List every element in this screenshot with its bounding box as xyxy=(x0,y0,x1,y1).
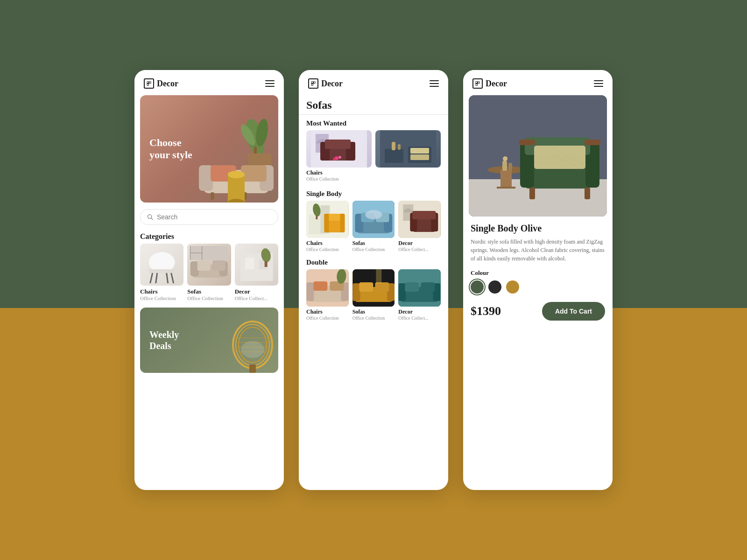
weekly-deals-banner[interactable]: Weekly Deals xyxy=(140,308,278,373)
svg-line-23 xyxy=(150,273,153,283)
cat-label-decor: Decor xyxy=(235,288,278,295)
logo-icon-1 xyxy=(144,78,154,89)
svg-rect-40 xyxy=(264,261,267,267)
svg-rect-58 xyxy=(325,140,351,149)
svg-rect-77 xyxy=(316,216,317,219)
weekly-deals-line1: Weekly xyxy=(149,329,179,340)
svg-rect-66 xyxy=(410,154,429,160)
svg-rect-22 xyxy=(149,269,175,273)
product-double-1[interactable]: Chairs Office Collection xyxy=(306,269,349,321)
rattan-chair-illustration xyxy=(218,312,274,373)
categories-grid: Chairs Office Collection Sofas xyxy=(134,244,284,301)
cat-img-decor xyxy=(235,244,278,286)
product-detail-img-wrapper xyxy=(463,95,613,217)
app-logo-2: Decor xyxy=(308,78,343,89)
svg-rect-93 xyxy=(306,282,314,301)
svg-line-20 xyxy=(151,218,153,219)
cat-sub-chairs: Office Collection xyxy=(140,295,183,301)
svg-rect-130 xyxy=(585,188,590,199)
svg-rect-121 xyxy=(508,163,512,170)
sofas-page-title: Sofas xyxy=(299,95,448,115)
product-img-4 xyxy=(306,201,349,238)
search-bar[interactable] xyxy=(140,209,278,225)
svg-rect-113 xyxy=(478,82,480,84)
cat-label-chairs: Chairs xyxy=(140,288,183,295)
most-wanted-grid: Chairs Office Collection xyxy=(299,130,448,185)
svg-rect-13 xyxy=(211,192,214,200)
svg-rect-74 xyxy=(324,214,329,232)
logo-icon-3 xyxy=(472,78,483,89)
svg-rect-120 xyxy=(502,161,507,171)
product-img-8 xyxy=(352,269,395,307)
colour-label: Colour xyxy=(471,269,605,277)
svg-rect-65 xyxy=(410,148,429,154)
svg-point-122 xyxy=(503,156,507,161)
svg-rect-111 xyxy=(421,282,435,292)
svg-rect-105 xyxy=(376,269,381,283)
search-input[interactable] xyxy=(157,213,271,221)
category-sofas[interactable]: Sofas Office Collection xyxy=(187,244,231,301)
product-sub-9: Office Collect... xyxy=(398,315,441,321)
svg-rect-112 xyxy=(476,82,478,84)
svg-rect-104 xyxy=(375,282,389,292)
svg-rect-67 xyxy=(392,142,395,150)
product-img-6 xyxy=(398,201,441,238)
hero-line1: Choose xyxy=(149,137,181,148)
product-sub-8: Office Collection xyxy=(352,315,395,321)
swatch-green[interactable] xyxy=(471,280,484,294)
product-single-1[interactable]: Chairs Office Collection xyxy=(306,201,349,252)
double-title: Double xyxy=(299,254,448,269)
product-sub-4: Office Collection xyxy=(306,247,349,252)
product-sub-7: Office Collection xyxy=(306,315,349,321)
category-decor[interactable]: Decor Office Collect... xyxy=(235,244,278,301)
hamburger-menu-1[interactable] xyxy=(265,80,275,87)
svg-line-25 xyxy=(156,273,157,283)
product-most-wanted-1[interactable]: Chairs Office Collection xyxy=(306,130,372,182)
product-double-2[interactable]: Sofas Office Collection xyxy=(352,269,395,321)
svg-rect-95 xyxy=(313,281,327,291)
weekly-deals-line2: Deals xyxy=(149,341,171,351)
app-name-1: Decor xyxy=(157,79,178,89)
hamburger-menu-3[interactable] xyxy=(594,80,603,87)
app-logo-3: Decor xyxy=(472,78,507,89)
svg-rect-128 xyxy=(585,140,600,145)
svg-rect-101 xyxy=(352,283,360,301)
product-double-3[interactable]: Decor Office Collect... xyxy=(398,269,441,321)
single-body-grid: Chairs Office Collection Sofas Office Co… xyxy=(299,201,448,254)
logo-icon-2 xyxy=(308,78,318,89)
category-chairs[interactable]: Chairs Office Collection xyxy=(140,244,183,301)
svg-rect-131 xyxy=(534,146,585,169)
svg-rect-37 xyxy=(245,258,254,269)
hamburger-menu-2[interactable] xyxy=(430,80,439,87)
product-name-8: Sofas xyxy=(352,308,395,315)
phone-3: Decor xyxy=(463,70,613,490)
svg-rect-103 xyxy=(359,282,373,292)
cat-img-sofas xyxy=(187,244,231,286)
app-header-1: Decor xyxy=(134,70,284,95)
svg-point-61 xyxy=(333,158,336,161)
product-img-1 xyxy=(306,130,372,168)
svg-rect-48 xyxy=(249,364,256,373)
product-detail-image xyxy=(469,95,607,217)
svg-rect-90 xyxy=(413,211,436,219)
app-header-2: Decor xyxy=(299,70,448,95)
swatch-black[interactable] xyxy=(488,280,501,294)
phone-2: Decor Sofas Most Wanted xyxy=(299,70,448,490)
hero-banner: Choose your style xyxy=(140,95,278,203)
svg-rect-12 xyxy=(241,165,267,182)
cat-sub-decor: Office Collect... xyxy=(235,295,278,301)
product-single-3[interactable]: Decor Office Collect... xyxy=(398,201,441,252)
svg-rect-108 xyxy=(399,283,406,301)
product-single-2[interactable]: Sofas Office Collection xyxy=(352,201,395,252)
product-img-9 xyxy=(398,269,441,307)
swatch-gold[interactable] xyxy=(506,280,519,294)
add-to-cart-button[interactable]: Add To Cart xyxy=(542,302,605,321)
search-icon xyxy=(147,214,153,220)
cat-sub-sofas: Office Collection xyxy=(187,295,231,301)
product-most-wanted-2[interactable] xyxy=(375,130,441,182)
price-row: $1390 Add To Cart xyxy=(471,302,605,321)
cat-label-sofas: Sofas xyxy=(187,288,231,295)
svg-point-17 xyxy=(228,171,245,178)
svg-rect-0 xyxy=(147,82,149,84)
svg-rect-118 xyxy=(500,170,512,189)
